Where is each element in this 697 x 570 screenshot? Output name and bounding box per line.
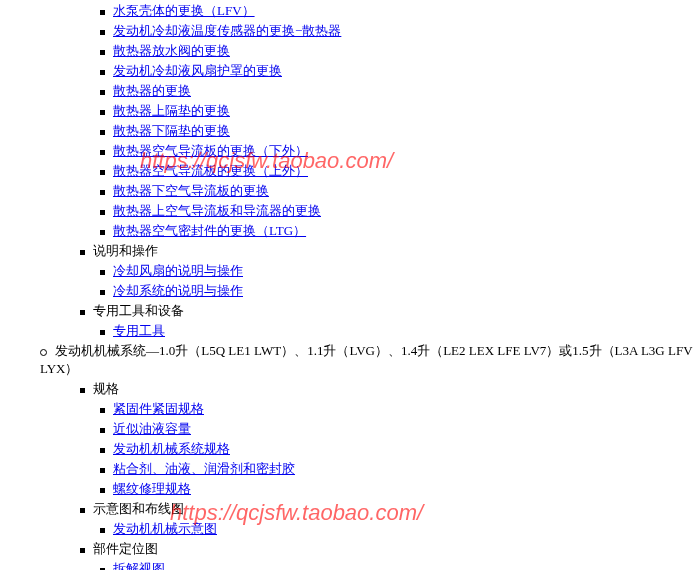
link-item[interactable]: 螺纹修理规格 [113, 481, 191, 496]
link-item[interactable]: 发动机机械示意图 [113, 521, 217, 536]
section-shiyitu: 示意图和布线图 [0, 500, 697, 518]
link-item[interactable]: 发动机冷却液风扇护罩的更换 [113, 63, 282, 78]
link-item[interactable]: 散热器上隔垫的更换 [113, 103, 230, 118]
section-bujian: 部件定位图 [0, 540, 697, 558]
link-item[interactable]: 散热器下空气导流板的更换 [113, 183, 269, 198]
link-item[interactable]: 水泵壳体的更换（LFV） [113, 3, 255, 18]
link-item[interactable]: 专用工具 [113, 323, 165, 338]
link-item[interactable]: 散热器空气密封件的更换（LTG） [113, 223, 306, 238]
link-item[interactable]: 散热器下隔垫的更换 [113, 123, 230, 138]
link-item[interactable]: 紧固件紧固规格 [113, 401, 204, 416]
link-item[interactable]: 发动机机械系统规格 [113, 441, 230, 456]
link-item[interactable]: 散热器空气导流板的更换（上外） [113, 163, 308, 178]
link-item[interactable]: 散热器放水阀的更换 [113, 43, 230, 58]
link-item[interactable]: 散热器上空气导流板和导流器的更换 [113, 203, 321, 218]
engine-header: 发动机机械系统—1.0升（L5Q LE1 LWT）、1.1升（LVG）、1.4升… [0, 342, 697, 378]
link-item[interactable]: 散热器空气导流板的更换（下外） [113, 143, 308, 158]
section-shuoming: 说明和操作 [0, 242, 697, 260]
link-item[interactable]: 近似油液容量 [113, 421, 191, 436]
link-item[interactable]: 发动机冷却液温度传感器的更换−散热器 [113, 23, 341, 38]
section-guige: 规格 [0, 380, 697, 398]
link-item[interactable]: 拆解视图 [113, 561, 165, 570]
section-tool: 专用工具和设备 [0, 302, 697, 320]
link-item[interactable]: 冷却系统的说明与操作 [113, 283, 243, 298]
nav-list: 水泵壳体的更换（LFV） 发动机冷却液温度传感器的更换−散热器 散热器放水阀的更… [0, 2, 697, 570]
link-item[interactable]: 粘合剂、油液、润滑剂和密封胶 [113, 461, 295, 476]
link-item[interactable]: 散热器的更换 [113, 83, 191, 98]
link-item[interactable]: 冷却风扇的说明与操作 [113, 263, 243, 278]
